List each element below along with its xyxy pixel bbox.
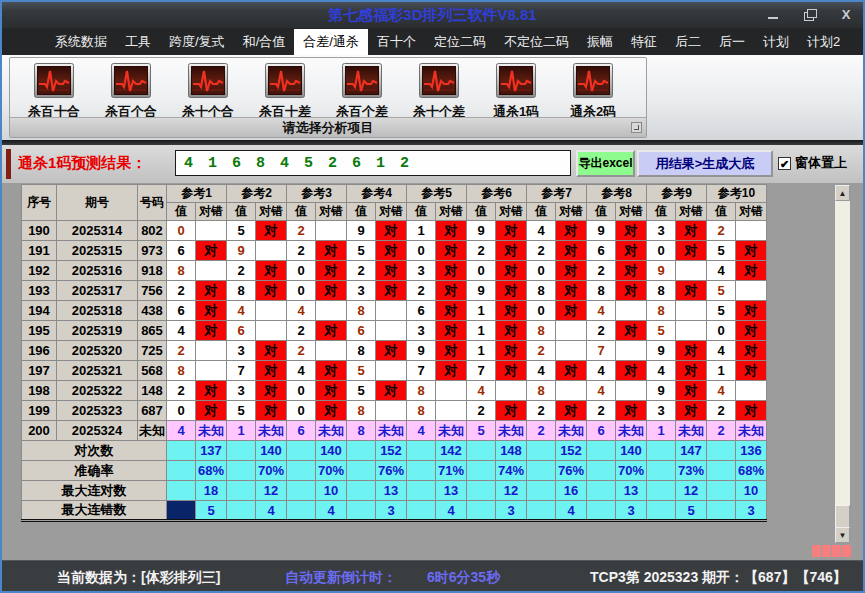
cell-index[interactable]: 195 <box>22 321 57 341</box>
cell-value[interactable]: 8 <box>347 421 376 441</box>
summary-value-cell[interactable]: 76% <box>556 461 587 481</box>
cell-value[interactable]: 6 <box>587 241 616 261</box>
cell-result[interactable]: 对 <box>676 361 707 381</box>
cell-value[interactable]: 6 <box>167 301 196 321</box>
cell-result[interactable] <box>436 381 467 401</box>
cell-result[interactable]: 对 <box>736 241 767 261</box>
cell-value[interactable]: 6 <box>287 421 316 441</box>
cell-result[interactable]: 未知 <box>196 421 227 441</box>
cell-value[interactable]: 1 <box>407 221 436 241</box>
summary-value-cell[interactable]: 136 <box>736 441 767 461</box>
cell-number[interactable]: 802 <box>138 221 167 241</box>
summary-empty-cell[interactable] <box>527 461 556 481</box>
summary-value-cell[interactable]: 137 <box>196 441 227 461</box>
cell-value[interactable]: 4 <box>167 421 196 441</box>
cell-value[interactable]: 2 <box>347 261 376 281</box>
cell-index[interactable]: 200 <box>22 421 57 441</box>
cell-period[interactable]: 2025322 <box>57 381 138 401</box>
cell-period[interactable]: 2025316 <box>57 261 138 281</box>
summary-value-cell[interactable]: 4 <box>436 501 467 521</box>
cell-number[interactable]: 725 <box>138 341 167 361</box>
cell-value[interactable]: 8 <box>647 281 676 301</box>
cell-result[interactable]: 对 <box>616 241 647 261</box>
cell-result[interactable]: 对 <box>736 321 767 341</box>
cell-result[interactable] <box>676 321 707 341</box>
cell-value[interactable]: 4 <box>287 361 316 381</box>
cell-value[interactable]: 2 <box>587 321 616 341</box>
cell-result[interactable] <box>196 361 227 381</box>
summary-value-cell[interactable]: 140 <box>316 441 347 461</box>
cell-value[interactable]: 4 <box>707 381 736 401</box>
cell-value[interactable]: 2 <box>287 341 316 361</box>
summary-value-cell[interactable]: 4 <box>256 501 287 521</box>
cell-value[interactable]: 8 <box>347 341 376 361</box>
cell-value[interactable]: 3 <box>227 381 256 401</box>
cell-index[interactable]: 191 <box>22 241 57 261</box>
cell-value[interactable]: 0 <box>467 261 496 281</box>
summary-empty-cell[interactable] <box>587 461 616 481</box>
cell-result[interactable]: 对 <box>616 281 647 301</box>
summary-value-cell[interactable]: 152 <box>376 441 407 461</box>
cell-result[interactable]: 对 <box>556 221 587 241</box>
cell-result[interactable]: 对 <box>256 361 287 381</box>
summary-empty-cell[interactable] <box>587 441 616 461</box>
cell-value[interactable]: 8 <box>167 361 196 381</box>
summary-label[interactable]: 最大连对数 <box>22 481 167 501</box>
cell-value[interactable]: 4 <box>167 321 196 341</box>
cell-value[interactable]: 6 <box>227 321 256 341</box>
cell-value[interactable]: 2 <box>167 381 196 401</box>
summary-value-cell[interactable]: 3 <box>736 501 767 521</box>
cell-result[interactable]: 对 <box>496 401 527 421</box>
restore-button[interactable] <box>803 8 817 22</box>
cell-index[interactable]: 199 <box>22 401 57 421</box>
cell-value[interactable]: 4 <box>407 421 436 441</box>
cell-result[interactable]: 对 <box>256 261 287 281</box>
summary-empty-cell[interactable] <box>167 441 196 461</box>
cell-result[interactable] <box>256 301 287 321</box>
cell-result[interactable]: 对 <box>736 301 767 321</box>
cell-result[interactable]: 对 <box>556 301 587 321</box>
cell-result[interactable]: 对 <box>496 321 527 341</box>
cell-value[interactable]: 3 <box>407 261 436 281</box>
cell-result[interactable]: 对 <box>496 281 527 301</box>
summary-value-cell[interactable]: 3 <box>376 501 407 521</box>
cell-value[interactable]: 2 <box>467 241 496 261</box>
summary-value-cell[interactable]: 76% <box>376 461 407 481</box>
cell-value[interactable]: 8 <box>227 281 256 301</box>
cell-value[interactable]: 1 <box>467 321 496 341</box>
summary-value-cell[interactable]: 4 <box>556 501 587 521</box>
close-button[interactable]: X <box>839 8 853 22</box>
summary-value-cell[interactable]: 12 <box>676 481 707 501</box>
summary-value-cell[interactable]: 147 <box>676 441 707 461</box>
summary-value-cell[interactable]: 10 <box>316 481 347 501</box>
summary-empty-cell[interactable] <box>287 481 316 501</box>
menu-item-2[interactable]: 跨度/复式 <box>160 29 234 55</box>
cell-value[interactable]: 2 <box>587 261 616 281</box>
cell-value[interactable]: 0 <box>527 301 556 321</box>
summary-value-cell[interactable]: 18 <box>196 481 227 501</box>
cell-result[interactable] <box>436 401 467 421</box>
cell-value[interactable]: 9 <box>647 381 676 401</box>
cell-result[interactable]: 对 <box>616 401 647 421</box>
cell-value[interactable]: 8 <box>347 401 376 421</box>
cell-result[interactable]: 对 <box>736 401 767 421</box>
cell-value[interactable]: 0 <box>167 401 196 421</box>
cell-period[interactable]: 2025323 <box>57 401 138 421</box>
summary-empty-cell[interactable] <box>467 481 496 501</box>
cell-result[interactable]: 对 <box>616 221 647 241</box>
cell-number[interactable]: 865 <box>138 321 167 341</box>
menu-item-4[interactable]: 合差/通杀 <box>294 29 368 55</box>
summary-empty-cell[interactable] <box>707 481 736 501</box>
cell-result[interactable]: 对 <box>256 401 287 421</box>
toolbar-button-2[interactable]: 杀十个合 <box>176 63 240 121</box>
cell-number[interactable]: 973 <box>138 241 167 261</box>
cell-period[interactable]: 2025320 <box>57 341 138 361</box>
summary-empty-cell[interactable] <box>467 501 496 521</box>
cell-value[interactable]: 1 <box>647 421 676 441</box>
summary-empty-cell[interactable] <box>287 461 316 481</box>
menu-item-6[interactable]: 定位二码 <box>425 29 495 55</box>
menu-item-10[interactable]: 后二 <box>666 29 710 55</box>
cell-number[interactable]: 438 <box>138 301 167 321</box>
cell-result[interactable] <box>496 381 527 401</box>
cell-value[interactable]: 0 <box>527 261 556 281</box>
